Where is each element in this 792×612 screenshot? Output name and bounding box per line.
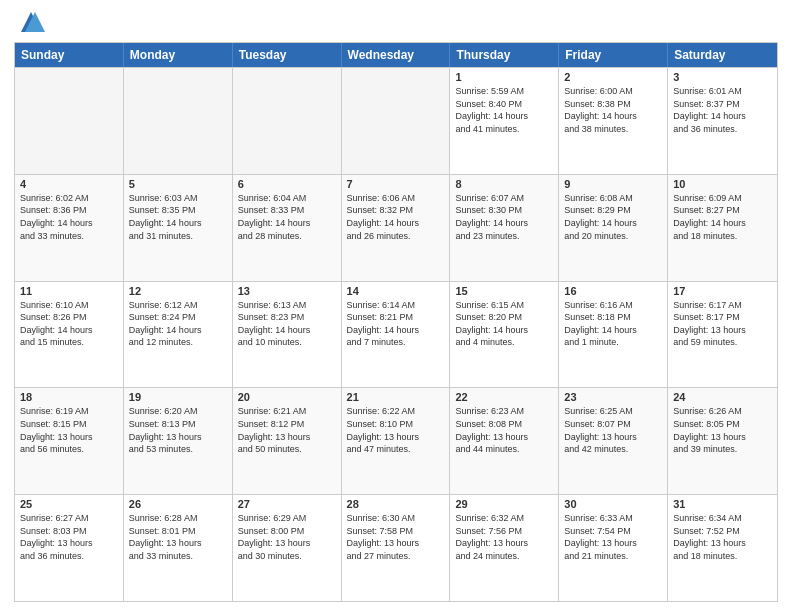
cal-cell: 11Sunrise: 6:10 AM Sunset: 8:26 PM Dayli… bbox=[15, 282, 124, 388]
day-info: Sunrise: 6:13 AM Sunset: 8:23 PM Dayligh… bbox=[238, 299, 336, 349]
cal-cell: 29Sunrise: 6:32 AM Sunset: 7:56 PM Dayli… bbox=[450, 495, 559, 601]
logo-icon bbox=[17, 8, 45, 36]
day-number: 20 bbox=[238, 391, 336, 403]
cal-cell: 24Sunrise: 6:26 AM Sunset: 8:05 PM Dayli… bbox=[668, 388, 777, 494]
day-info: Sunrise: 6:01 AM Sunset: 8:37 PM Dayligh… bbox=[673, 85, 772, 135]
cal-week: 1Sunrise: 5:59 AM Sunset: 8:40 PM Daylig… bbox=[15, 67, 777, 174]
cal-week: 4Sunrise: 6:02 AM Sunset: 8:36 PM Daylig… bbox=[15, 174, 777, 281]
cal-cell: 31Sunrise: 6:34 AM Sunset: 7:52 PM Dayli… bbox=[668, 495, 777, 601]
cal-cell: 25Sunrise: 6:27 AM Sunset: 8:03 PM Dayli… bbox=[15, 495, 124, 601]
day-number: 2 bbox=[564, 71, 662, 83]
day-info: Sunrise: 6:29 AM Sunset: 8:00 PM Dayligh… bbox=[238, 512, 336, 562]
day-number: 28 bbox=[347, 498, 445, 510]
cal-cell: 1Sunrise: 5:59 AM Sunset: 8:40 PM Daylig… bbox=[450, 68, 559, 174]
day-number: 22 bbox=[455, 391, 553, 403]
cal-cell: 20Sunrise: 6:21 AM Sunset: 8:12 PM Dayli… bbox=[233, 388, 342, 494]
day-number: 29 bbox=[455, 498, 553, 510]
day-number: 13 bbox=[238, 285, 336, 297]
cal-cell: 8Sunrise: 6:07 AM Sunset: 8:30 PM Daylig… bbox=[450, 175, 559, 281]
cal-cell: 10Sunrise: 6:09 AM Sunset: 8:27 PM Dayli… bbox=[668, 175, 777, 281]
day-info: Sunrise: 6:09 AM Sunset: 8:27 PM Dayligh… bbox=[673, 192, 772, 242]
day-number: 12 bbox=[129, 285, 227, 297]
day-info: Sunrise: 6:30 AM Sunset: 7:58 PM Dayligh… bbox=[347, 512, 445, 562]
day-info: Sunrise: 6:33 AM Sunset: 7:54 PM Dayligh… bbox=[564, 512, 662, 562]
cal-cell bbox=[233, 68, 342, 174]
day-number: 31 bbox=[673, 498, 772, 510]
cal-header-cell: Wednesday bbox=[342, 43, 451, 67]
day-number: 23 bbox=[564, 391, 662, 403]
day-number: 1 bbox=[455, 71, 553, 83]
cal-header-cell: Thursday bbox=[450, 43, 559, 67]
day-number: 9 bbox=[564, 178, 662, 190]
cal-cell: 2Sunrise: 6:00 AM Sunset: 8:38 PM Daylig… bbox=[559, 68, 668, 174]
day-number: 14 bbox=[347, 285, 445, 297]
day-number: 17 bbox=[673, 285, 772, 297]
cal-cell: 23Sunrise: 6:25 AM Sunset: 8:07 PM Dayli… bbox=[559, 388, 668, 494]
day-info: Sunrise: 6:17 AM Sunset: 8:17 PM Dayligh… bbox=[673, 299, 772, 349]
day-number: 24 bbox=[673, 391, 772, 403]
day-info: Sunrise: 6:16 AM Sunset: 8:18 PM Dayligh… bbox=[564, 299, 662, 349]
day-info: Sunrise: 6:04 AM Sunset: 8:33 PM Dayligh… bbox=[238, 192, 336, 242]
day-number: 8 bbox=[455, 178, 553, 190]
day-number: 10 bbox=[673, 178, 772, 190]
day-number: 3 bbox=[673, 71, 772, 83]
cal-cell: 5Sunrise: 6:03 AM Sunset: 8:35 PM Daylig… bbox=[124, 175, 233, 281]
day-number: 25 bbox=[20, 498, 118, 510]
cal-cell bbox=[124, 68, 233, 174]
day-info: Sunrise: 6:34 AM Sunset: 7:52 PM Dayligh… bbox=[673, 512, 772, 562]
day-info: Sunrise: 6:03 AM Sunset: 8:35 PM Dayligh… bbox=[129, 192, 227, 242]
day-info: Sunrise: 6:00 AM Sunset: 8:38 PM Dayligh… bbox=[564, 85, 662, 135]
day-info: Sunrise: 6:07 AM Sunset: 8:30 PM Dayligh… bbox=[455, 192, 553, 242]
cal-cell: 22Sunrise: 6:23 AM Sunset: 8:08 PM Dayli… bbox=[450, 388, 559, 494]
day-number: 11 bbox=[20, 285, 118, 297]
day-info: Sunrise: 6:25 AM Sunset: 8:07 PM Dayligh… bbox=[564, 405, 662, 455]
cal-header-cell: Monday bbox=[124, 43, 233, 67]
cal-week: 18Sunrise: 6:19 AM Sunset: 8:15 PM Dayli… bbox=[15, 387, 777, 494]
cal-week: 25Sunrise: 6:27 AM Sunset: 8:03 PM Dayli… bbox=[15, 494, 777, 601]
cal-cell: 15Sunrise: 6:15 AM Sunset: 8:20 PM Dayli… bbox=[450, 282, 559, 388]
day-number: 16 bbox=[564, 285, 662, 297]
day-info: Sunrise: 6:20 AM Sunset: 8:13 PM Dayligh… bbox=[129, 405, 227, 455]
day-info: Sunrise: 6:06 AM Sunset: 8:32 PM Dayligh… bbox=[347, 192, 445, 242]
cal-cell: 21Sunrise: 6:22 AM Sunset: 8:10 PM Dayli… bbox=[342, 388, 451, 494]
cal-header-cell: Sunday bbox=[15, 43, 124, 67]
day-number: 18 bbox=[20, 391, 118, 403]
day-info: Sunrise: 6:22 AM Sunset: 8:10 PM Dayligh… bbox=[347, 405, 445, 455]
cal-cell: 17Sunrise: 6:17 AM Sunset: 8:17 PM Dayli… bbox=[668, 282, 777, 388]
day-info: Sunrise: 6:32 AM Sunset: 7:56 PM Dayligh… bbox=[455, 512, 553, 562]
cal-cell: 27Sunrise: 6:29 AM Sunset: 8:00 PM Dayli… bbox=[233, 495, 342, 601]
cal-cell: 3Sunrise: 6:01 AM Sunset: 8:37 PM Daylig… bbox=[668, 68, 777, 174]
day-number: 30 bbox=[564, 498, 662, 510]
day-info: Sunrise: 5:59 AM Sunset: 8:40 PM Dayligh… bbox=[455, 85, 553, 135]
day-info: Sunrise: 6:28 AM Sunset: 8:01 PM Dayligh… bbox=[129, 512, 227, 562]
cal-cell: 7Sunrise: 6:06 AM Sunset: 8:32 PM Daylig… bbox=[342, 175, 451, 281]
day-number: 21 bbox=[347, 391, 445, 403]
page: SundayMondayTuesdayWednesdayThursdayFrid… bbox=[0, 0, 792, 612]
cal-cell: 9Sunrise: 6:08 AM Sunset: 8:29 PM Daylig… bbox=[559, 175, 668, 281]
calendar-body: 1Sunrise: 5:59 AM Sunset: 8:40 PM Daylig… bbox=[15, 67, 777, 601]
calendar: SundayMondayTuesdayWednesdayThursdayFrid… bbox=[14, 42, 778, 602]
day-number: 26 bbox=[129, 498, 227, 510]
cal-cell bbox=[15, 68, 124, 174]
cal-cell: 18Sunrise: 6:19 AM Sunset: 8:15 PM Dayli… bbox=[15, 388, 124, 494]
cal-cell: 12Sunrise: 6:12 AM Sunset: 8:24 PM Dayli… bbox=[124, 282, 233, 388]
day-number: 4 bbox=[20, 178, 118, 190]
header bbox=[14, 10, 778, 36]
logo-area bbox=[14, 10, 45, 36]
day-info: Sunrise: 6:12 AM Sunset: 8:24 PM Dayligh… bbox=[129, 299, 227, 349]
cal-cell: 16Sunrise: 6:16 AM Sunset: 8:18 PM Dayli… bbox=[559, 282, 668, 388]
day-info: Sunrise: 6:15 AM Sunset: 8:20 PM Dayligh… bbox=[455, 299, 553, 349]
day-info: Sunrise: 6:14 AM Sunset: 8:21 PM Dayligh… bbox=[347, 299, 445, 349]
cal-header-cell: Tuesday bbox=[233, 43, 342, 67]
day-number: 7 bbox=[347, 178, 445, 190]
cal-cell: 4Sunrise: 6:02 AM Sunset: 8:36 PM Daylig… bbox=[15, 175, 124, 281]
cal-cell: 6Sunrise: 6:04 AM Sunset: 8:33 PM Daylig… bbox=[233, 175, 342, 281]
day-info: Sunrise: 6:27 AM Sunset: 8:03 PM Dayligh… bbox=[20, 512, 118, 562]
cal-cell: 19Sunrise: 6:20 AM Sunset: 8:13 PM Dayli… bbox=[124, 388, 233, 494]
cal-cell: 26Sunrise: 6:28 AM Sunset: 8:01 PM Dayli… bbox=[124, 495, 233, 601]
cal-header-cell: Friday bbox=[559, 43, 668, 67]
day-number: 19 bbox=[129, 391, 227, 403]
day-info: Sunrise: 6:21 AM Sunset: 8:12 PM Dayligh… bbox=[238, 405, 336, 455]
day-number: 6 bbox=[238, 178, 336, 190]
calendar-header: SundayMondayTuesdayWednesdayThursdayFrid… bbox=[15, 43, 777, 67]
